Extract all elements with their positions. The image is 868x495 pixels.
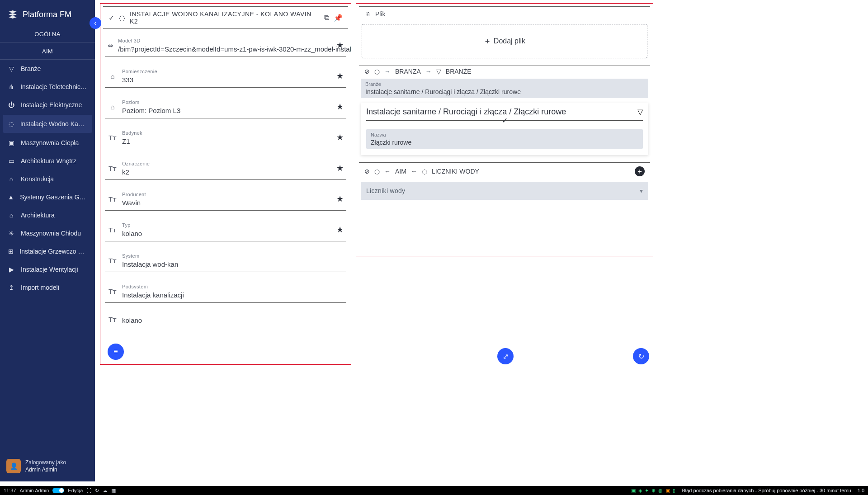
- sidebar-item-wnetrz[interactable]: ▭ Architektura Wnętrz: [0, 152, 95, 170]
- logo-icon: [7, 9, 18, 20]
- card-title: Instalacje sanitarne / Rurociągi i złącz…: [366, 107, 566, 117]
- sidebar-item-branze[interactable]: ▽ Branże: [0, 60, 95, 78]
- sidebar-item-label: Import modeli: [21, 284, 59, 291]
- cloud-icon[interactable]: ☁: [103, 488, 108, 494]
- fullscreen-icon[interactable]: ⛶: [86, 488, 91, 493]
- plus-icon: ＋: [484, 37, 491, 46]
- sidebar-item-electric[interactable]: ⏻ Instalacje Elektryczne: [0, 96, 95, 114]
- square-icon: ▣: [7, 139, 15, 146]
- sidebar-section-aim[interactable]: AIM: [0, 42, 95, 60]
- check-icon: ✓: [366, 116, 643, 125]
- property-label: Model 3D: [118, 38, 351, 43]
- field-label: Nazwa: [371, 132, 638, 137]
- field-label: Branże: [365, 81, 644, 87]
- breadcrumb-segment[interactable]: AIM: [395, 168, 406, 175]
- refresh-icon[interactable]: ↻: [95, 488, 99, 494]
- edit-mode-toggle[interactable]: [52, 488, 64, 493]
- add-file-dropzone[interactable]: ＋ Dodaj plik: [362, 24, 647, 58]
- property-row: TᴛPodsystemInstalacja kanalizacji: [105, 279, 346, 303]
- property-type-icon: ⌂: [108, 103, 118, 111]
- avatar: 👤: [6, 459, 21, 473]
- star-icon[interactable]: ★: [336, 194, 344, 204]
- status-icon: ▣: [631, 488, 636, 494]
- filter-icon: ▽: [436, 68, 441, 75]
- star-icon[interactable]: ★: [336, 102, 344, 112]
- logged-as-label: Zalogowany jako: [25, 459, 66, 466]
- property-type-icon: ⇔: [108, 42, 113, 50]
- dropdown-label: Liczniki wody: [366, 187, 405, 194]
- star-icon[interactable]: ★: [336, 40, 344, 50]
- star-icon[interactable]: ★: [336, 225, 344, 235]
- sidebar-item-konstrukcja[interactable]: ⌂ Konstrukcja: [0, 170, 95, 188]
- grid-icon[interactable]: ▦: [111, 488, 116, 494]
- property-label: Producent: [122, 192, 344, 197]
- sidebar: Platforma FM OGÓLNA AIM ▽ Branże ⋔ Insta…: [0, 0, 95, 481]
- star-icon[interactable]: ★: [336, 132, 344, 142]
- liczniki-dropdown[interactable]: Liczniki wody ▾: [361, 182, 648, 200]
- property-value: Instalacja kanalizacji: [122, 291, 344, 299]
- breadcrumb-liczniki: ⊘ ◌ ← AIM ← ◌ LICZNIKI WODY ＋: [359, 162, 650, 179]
- property-type-icon: ⌂: [108, 72, 118, 80]
- pin-icon[interactable]: 📌: [334, 14, 343, 22]
- add-button[interactable]: ＋: [635, 166, 645, 176]
- fab-menu-button[interactable]: ≡: [108, 344, 124, 360]
- property-type-icon: Tᴛ: [108, 195, 118, 203]
- sidebar-item-chlodu[interactable]: ✳ Maszynownia Chłodu: [0, 224, 95, 242]
- side-panel: 🗎 Plik ＋ Dodaj plik ⊘ ◌ → BRANZA → ▽ BRA…: [356, 3, 653, 256]
- sidebar-item-wodno[interactable]: ◌ Instalacje Wodno Kanaliza...: [3, 115, 92, 133]
- sidebar-section-general[interactable]: OGÓLNA: [0, 25, 95, 42]
- sidebar-collapse-button[interactable]: ‹: [90, 17, 101, 29]
- star-icon[interactable]: ★: [336, 71, 344, 81]
- snow-icon: ✳: [7, 230, 15, 237]
- property-value: kolano: [122, 316, 344, 324]
- property-row: TᴛProducentWavin★: [105, 187, 346, 211]
- breadcrumb-segment[interactable]: LICZNIKI WODY: [432, 168, 479, 175]
- sidebar-item-architektura[interactable]: ⌂ Architektura: [0, 206, 95, 224]
- property-type-icon: Tᴛ: [108, 316, 118, 324]
- sidebar-item-label: Konstrukcja: [21, 175, 54, 183]
- drop-icon: ◌: [374, 168, 380, 175]
- status-user: Admin Admin: [20, 488, 49, 493]
- property-value: Z1: [122, 137, 344, 145]
- sidebar-item-ciepla[interactable]: ▣ Maszynownia Ciepła: [0, 134, 95, 152]
- sidebar-item-label: Maszynownia Chłodu: [21, 230, 81, 237]
- sidebar-user[interactable]: 👤 Zalogowany jako Admin Admin: [0, 453, 95, 481]
- filter-icon[interactable]: ▽: [637, 108, 643, 116]
- property-row: ⇔Model 3D/bim?projectId=Szczecin&modelId…: [105, 33, 346, 57]
- status-mode: Edycja: [68, 488, 83, 493]
- filter-icon: ▽: [7, 65, 15, 72]
- sidebar-item-wentylacji[interactable]: ▶ Instalacje Wentylacji: [0, 260, 95, 278]
- breadcrumb-branza: ⊘ ◌ → BRANZA → ▽ BRANŻE: [359, 66, 650, 79]
- check-icon[interactable]: ✓: [108, 14, 114, 22]
- sidebar-item-grzewczo[interactable]: ⊞ Instalacje Grzewczo Chłod...: [0, 242, 95, 260]
- sidebar-item-label: Instalacje Teletechniczne: [20, 83, 88, 90]
- property-value: kolano: [122, 230, 344, 237]
- details-panel: ✓ ◌ INSTALACJE WODNO KANALIZACYJNE - KOL…: [100, 3, 351, 365]
- sidebar-item-gaszenia[interactable]: ▲ Systemy Gaszenia Gazem: [0, 188, 95, 206]
- attach-icon: ⊘: [364, 68, 370, 75]
- chevron-down-icon: ▾: [640, 187, 643, 194]
- fab-expand-button[interactable]: ⤢: [497, 348, 514, 364]
- copy-icon[interactable]: ⧉: [324, 14, 329, 22]
- property-label: Oznaczenie: [122, 161, 344, 166]
- sidebar-items: ▽ Branże ⋔ Instalacje Teletechniczne ⏻ I…: [0, 60, 95, 453]
- file-section-header: 🗎 Plik: [359, 6, 650, 21]
- field-value: Złączki rurowe: [371, 139, 638, 146]
- sidebar-item-import[interactable]: ↥ Import modeli: [0, 278, 95, 297]
- star-icon[interactable]: ★: [336, 163, 344, 173]
- fab-history-button[interactable]: ↻: [633, 348, 649, 364]
- breadcrumb-segment[interactable]: BRANZA: [395, 68, 421, 75]
- property-type-icon: Tᴛ: [108, 288, 118, 296]
- home-icon: ⌂: [7, 212, 15, 219]
- details-title: INSTALACJE WODNO KANALIZACYJNE - KOLANO …: [130, 10, 320, 25]
- play-icon: ▶: [7, 266, 15, 273]
- sidebar-item-teletech[interactable]: ⋔ Instalacje Teletechniczne: [0, 78, 95, 96]
- share-icon: ⋔: [7, 83, 15, 90]
- drop-icon: ◌: [119, 14, 125, 22]
- property-value: Wavin: [122, 199, 344, 207]
- property-row: ⌂PoziomPoziom: Poziom L3★: [105, 95, 346, 118]
- nazwa-field[interactable]: Nazwa Złączki rurowe: [366, 129, 643, 149]
- sidebar-item-label: Maszynownia Ciepła: [21, 139, 79, 146]
- property-row: Tᴛkolano: [105, 310, 346, 328]
- breadcrumb-segment[interactable]: BRANŻE: [446, 68, 472, 75]
